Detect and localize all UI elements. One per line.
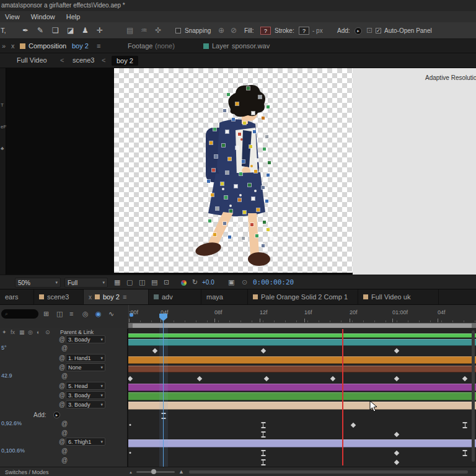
- keyframe-diamond[interactable]: [394, 376, 399, 381]
- keyframe-ibeam[interactable]: [262, 422, 266, 428]
- tab-footage-label[interactable]: Footage: [128, 42, 152, 50]
- keyframe-diamond[interactable]: [394, 460, 399, 465]
- fill-color-swatch[interactable]: ?: [260, 27, 271, 35]
- parent-select[interactable]: 3. Boady▾: [66, 391, 105, 399]
- timeline-tab-full-video-uk[interactable]: Full Video uk: [358, 289, 439, 304]
- parent-pickwhip-icon[interactable]: @: [59, 364, 65, 371]
- collapse-column-icon[interactable]: ✦: [2, 329, 7, 335]
- breadcrumb-current[interactable]: boy 2: [112, 56, 138, 66]
- keyframe-diamond[interactable]: [152, 348, 157, 353]
- panel-toggle-icon[interactable]: ⊡: [366, 26, 372, 35]
- parent-pickwhip-icon[interactable]: @: [59, 392, 65, 399]
- layer-duration-bar[interactable]: [128, 333, 476, 338]
- add-property-button[interactable]: ▸: [53, 412, 60, 418]
- property-pickwhip-icon[interactable]: @: [61, 447, 68, 455]
- property-pickwhip-icon[interactable]: @: [61, 457, 68, 464]
- breadcrumb-root[interactable]: Full Video: [17, 56, 47, 64]
- menu-window[interactable]: Window: [31, 13, 55, 20]
- zoom-in-mountain-icon[interactable]: ▲: [178, 469, 184, 475]
- keyframe-diamond[interactable]: [462, 376, 467, 381]
- time-ruler[interactable]: :00f04f08f12f16f20f01:00f04f: [128, 305, 476, 323]
- keyframe-ibeam[interactable]: [262, 459, 266, 465]
- keyframe-diamond[interactable]: [197, 376, 202, 381]
- layer-duration-bar[interactable]: [128, 356, 476, 364]
- timeline-tab-adv[interactable]: adv: [149, 289, 201, 304]
- parent-select[interactable]: 3. Boady▾: [66, 400, 105, 408]
- property-value[interactable]: 5°: [1, 345, 7, 351]
- layer-duration-bar[interactable]: [128, 366, 476, 372]
- add-shape-button[interactable]: ▸: [355, 27, 362, 35]
- switches-modes-toggle[interactable]: Switches / Modes: [5, 469, 49, 475]
- parent-link-header[interactable]: Parent & Link: [60, 329, 94, 335]
- tab-composition-label[interactable]: Composition: [29, 42, 66, 50]
- keyframe-dot[interactable]: [130, 424, 131, 426]
- snap-option-icon-b[interactable]: ⊘: [231, 26, 237, 35]
- resolution-select[interactable]: Full ▾: [64, 278, 108, 288]
- parent-select[interactable]: 1. Hand1▾: [66, 354, 105, 362]
- roto-brush-tool-icon[interactable]: ♟: [82, 26, 89, 35]
- parent-select[interactable]: 5. Head▾: [66, 382, 105, 390]
- property-pickwhip-icon[interactable]: @: [61, 430, 68, 437]
- checkerboard-toggle-icon[interactable]: ▤: [151, 278, 157, 286]
- menu-view[interactable]: View: [5, 13, 20, 20]
- keyframe-ibeam[interactable]: [463, 422, 467, 428]
- graph-editor-icon[interactable]: ∿: [108, 310, 114, 318]
- property-value[interactable]: 0,92.6%: [1, 420, 22, 426]
- clone-stamp-tool-icon[interactable]: ❏: [52, 26, 59, 35]
- snap-option-icon-a[interactable]: ⊕: [218, 26, 224, 35]
- current-timecode[interactable]: 0:00:00:20: [253, 278, 294, 286]
- stroke-color-swatch[interactable]: ?: [299, 27, 309, 35]
- keyframe-diamond[interactable]: [261, 348, 266, 353]
- timeline-horizontal-scrollbar[interactable]: [189, 470, 468, 474]
- region-of-interest-icon[interactable]: ◫: [139, 278, 145, 286]
- parent-pickwhip-icon[interactable]: @: [59, 401, 65, 408]
- shy-layers-icon[interactable]: ≡: [69, 310, 73, 317]
- type-tool-partial[interactable]: T,: [1, 27, 6, 34]
- keyframe-diamond[interactable]: [394, 432, 399, 437]
- frame-blending-icon[interactable]: ◎: [82, 310, 89, 318]
- exposure-value[interactable]: +0.0: [202, 279, 214, 286]
- puppet-pin-tool-icon[interactable]: ✛: [97, 26, 103, 35]
- parent-select[interactable]: 6. Thigh1▾: [66, 438, 105, 446]
- keyframe-ibeam[interactable]: [262, 431, 266, 438]
- close-tab-icon[interactable]: x: [11, 42, 15, 50]
- panel-overflow-icon[interactable]: »: [2, 42, 6, 50]
- mask-visibility-icon[interactable]: ▢: [126, 278, 133, 286]
- reset-exposure-icon[interactable]: ↻: [192, 278, 198, 286]
- layer-duration-bar[interactable]: [128, 339, 476, 346]
- workspace-icon-b[interactable]: ♒: [141, 26, 148, 35]
- composition-mini-flowchart-icon[interactable]: ⊞: [43, 310, 49, 318]
- aux-view-icon[interactable]: ⊙: [242, 278, 247, 286]
- property-pickwhip-icon[interactable]: @: [61, 420, 68, 428]
- parent-pickwhip-icon[interactable]: @: [59, 382, 65, 390]
- layer-duration-bar[interactable]: [128, 439, 476, 447]
- workspace-icon-c[interactable]: ✜: [155, 26, 161, 35]
- timeline-tab-pale-orange-solid-2-comp-1[interactable]: Pale Orange Solid 2 Comp 1: [248, 289, 358, 304]
- layer-duration-bar[interactable]: [128, 402, 476, 410]
- keyframe-ibeam[interactable]: [463, 450, 467, 456]
- keyframe-diamond[interactable]: [394, 348, 399, 353]
- timeline-track-area[interactable]: [128, 328, 476, 467]
- timeline-tab-scene3[interactable]: scene3: [34, 289, 84, 304]
- channel-color-icon[interactable]: [181, 280, 187, 286]
- timeline-zoom-handle[interactable]: [151, 469, 156, 474]
- stroke-width-value[interactable]: - px: [312, 27, 323, 34]
- keyframe-dot[interactable]: [130, 452, 131, 454]
- camera-icon[interactable]: ▣: [228, 278, 234, 286]
- property-value[interactable]: 42.9: [1, 372, 12, 379]
- grid-guides-icon[interactable]: ▦: [114, 278, 120, 286]
- audio-column-icon[interactable]: ⊙: [45, 329, 50, 335]
- eye-column-icon[interactable]: ◐: [37, 329, 40, 335]
- timeline-vertical-scrollbar[interactable]: [472, 330, 475, 462]
- timeline-tab-maya[interactable]: maya: [201, 289, 248, 304]
- collapsed-panel-strip[interactable]: TeF♣: [0, 68, 6, 275]
- timeline-tab-ears[interactable]: ears: [0, 289, 34, 304]
- pixel-aspect-icon[interactable]: ⊡: [164, 278, 169, 286]
- breadcrumb-mid[interactable]: scene3: [73, 56, 94, 64]
- panel-menu-icon[interactable]: ≡: [97, 42, 100, 50]
- pen-tool-icon[interactable]: ✒: [22, 26, 29, 35]
- parent-select[interactable]: 3. Boady▾: [66, 335, 105, 343]
- parent-pickwhip-icon[interactable]: @: [59, 336, 65, 343]
- keyframe-ibeam[interactable]: [262, 450, 266, 456]
- pickwhip-column-icon[interactable]: ◎: [28, 329, 33, 335]
